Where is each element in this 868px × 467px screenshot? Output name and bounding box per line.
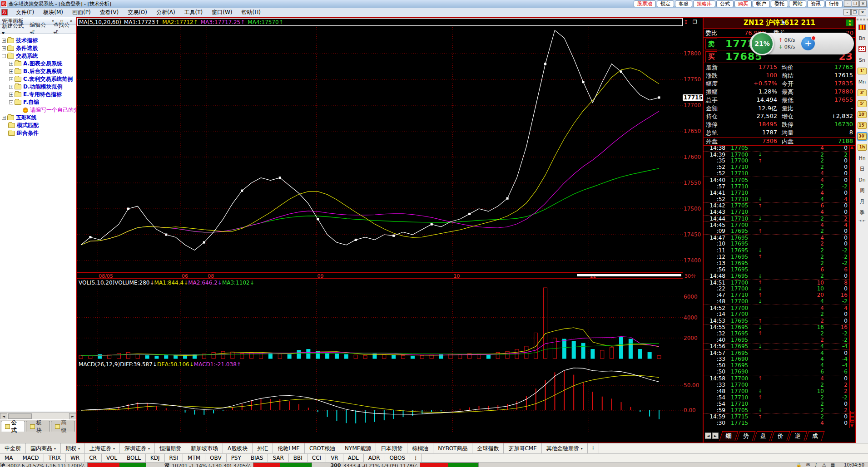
indicator-tab-OBOS[interactable]: OBOS bbox=[385, 454, 411, 462]
tabs-left-icon[interactable]: ◄ bbox=[705, 433, 711, 439]
indicator-tab-KDJ[interactable]: KDJ bbox=[146, 454, 165, 462]
period-5'[interactable]: 5' bbox=[856, 98, 868, 109]
status-icon-1[interactable]: ✉ bbox=[806, 462, 810, 467]
menu-查看(V)[interactable]: 查看(V) bbox=[95, 8, 124, 17]
expand-icon[interactable]: + bbox=[9, 62, 13, 66]
indicator-tab-RSI[interactable]: RSI bbox=[165, 454, 184, 462]
market-tab-恒指期货[interactable]: 恒指期货 bbox=[155, 443, 186, 453]
period-Bn[interactable]: Bn bbox=[856, 33, 868, 44]
quote-tab-盘[interactable]: 盘 bbox=[754, 431, 773, 441]
menu-交易(O)[interactable]: 交易(O) bbox=[123, 8, 152, 17]
hand-cursor-icon[interactable] bbox=[781, 20, 788, 26]
toolbar-grip[interactable]: ▪▪▪▪ bbox=[856, 17, 868, 22]
market-tab-NYBOT商品[interactable]: NYBOT商品 bbox=[433, 443, 472, 453]
quote-tab-成[interactable]: 成 bbox=[806, 431, 825, 441]
anchor-icon[interactable]: ↧ bbox=[684, 19, 688, 26]
collapse-up-icon[interactable]: ∧∧ bbox=[846, 20, 853, 26]
period-button-15'[interactable]: 15' bbox=[858, 122, 867, 129]
market-tab-中金所[interactable]: 中金所 bbox=[0, 443, 26, 453]
menu-窗口(W)[interactable]: 窗口(W) bbox=[207, 8, 237, 17]
tree-item-A.图表交易系统[interactable]: +A.图表交易系统 bbox=[0, 60, 76, 68]
menu-分析(A)[interactable]: 分析(A) bbox=[152, 8, 180, 17]
scroll-up-icon[interactable]: ▲ bbox=[850, 145, 853, 149]
titlebar-button-股票池[interactable]: 股票池 bbox=[634, 0, 656, 7]
candlestick-chart-icon[interactable] bbox=[856, 22, 868, 33]
titlebar-button-委托[interactable]: 委托 bbox=[771, 0, 788, 7]
minimize-icon[interactable]: - bbox=[844, 0, 851, 7]
tree-item-F.自编[interactable]: -F.自编 bbox=[0, 98, 76, 106]
indicator-tab-BIAS[interactable]: BIAS bbox=[246, 454, 268, 462]
period-button-10'[interactable]: 10' bbox=[858, 111, 867, 118]
tree-item-B.后台交易系统[interactable]: +B.后台交易系统 bbox=[0, 68, 76, 75]
indicator-tab-ADL[interactable]: ADL bbox=[343, 454, 364, 462]
menu-工具(T)[interactable]: 工具(T) bbox=[180, 8, 208, 17]
period-Sn[interactable]: Sn bbox=[856, 54, 868, 65]
menu-画面(P)[interactable]: 画面(P) bbox=[68, 8, 95, 17]
tick-list[interactable]: 14:38177054014:3917700↓2-2:3517700↑20:52… bbox=[704, 145, 850, 428]
indicator-tab-WR[interactable]: WR bbox=[66, 454, 84, 462]
indicator-tab-OBV[interactable]: OBV bbox=[205, 454, 227, 462]
indicator-tab-ADR[interactable]: ADR bbox=[364, 454, 385, 462]
period-15'[interactable]: 15' bbox=[856, 120, 868, 131]
period-button-1h[interactable]: 1h bbox=[858, 144, 867, 151]
market-overflow-icon[interactable]: ⁞ bbox=[588, 443, 599, 453]
period-10'[interactable]: 10' bbox=[856, 109, 868, 120]
expand-icon[interactable]: + bbox=[9, 85, 13, 89]
period-3'[interactable]: 3' bbox=[856, 87, 868, 98]
chart-hscroll-thumb[interactable] bbox=[577, 274, 681, 276]
period-button-30'[interactable]: 30' bbox=[858, 133, 867, 140]
titlebar-button-公式[interactable]: 公式 bbox=[716, 0, 734, 7]
macd-chart[interactable] bbox=[77, 360, 683, 432]
market-tab-国内商品[interactable]: 国内商品▾ bbox=[26, 443, 61, 453]
market-tab-棕榈油[interactable]: 棕榈油 bbox=[407, 443, 433, 453]
tab-板块[interactable]: 板块 bbox=[26, 421, 50, 432]
scroll-thumb[interactable] bbox=[8, 413, 32, 419]
titlebar-button-资讯[interactable]: 资讯 bbox=[807, 0, 824, 7]
period-Hn[interactable]: Hn bbox=[856, 152, 868, 163]
period-Dn[interactable]: Dn bbox=[856, 174, 868, 185]
mdi-minimize-icon[interactable]: - bbox=[843, 9, 851, 15]
period-button-5'[interactable]: 5' bbox=[858, 100, 867, 107]
menu-文件(F)[interactable]: 文件(F) bbox=[11, 8, 39, 17]
market-tab-深圳证券[interactable]: 深圳证券▾ bbox=[120, 443, 155, 453]
quote-tab-细[interactable]: 细 bbox=[719, 431, 739, 441]
indicator-tab-MACD[interactable]: MACD bbox=[18, 454, 44, 462]
market-tab-NYME能源[interactable]: NYME能源 bbox=[340, 443, 376, 453]
indicator-tab-VOL[interactable]: VOL bbox=[102, 454, 122, 462]
expand-icon[interactable]: + bbox=[9, 77, 13, 81]
tree-item-组合条件[interactable]: 组合条件 bbox=[0, 129, 76, 137]
market-tab-芝加哥CME[interactable]: 芝加哥CME bbox=[504, 443, 541, 453]
titlebar-button-行情[interactable]: 行情 bbox=[825, 0, 843, 7]
expand-icon[interactable]: + bbox=[2, 39, 6, 43]
volume-chart[interactable] bbox=[77, 279, 683, 360]
titlebar-button-帐户[interactable]: 帐户 bbox=[753, 0, 770, 7]
tick-chart-icon[interactable] bbox=[856, 44, 868, 54]
tree-item-条件选股[interactable]: +条件选股 bbox=[0, 44, 76, 52]
period-日[interactable]: 日 bbox=[856, 163, 868, 174]
market-tab-期权[interactable]: 期权▾ bbox=[61, 443, 85, 453]
titlebar-button-客服[interactable]: 客服 bbox=[675, 0, 692, 7]
close-icon[interactable]: ✕ bbox=[859, 0, 867, 7]
period-1h[interactable]: 1h bbox=[856, 142, 868, 152]
indicator-tab-BOLL[interactable]: BOLL bbox=[122, 454, 146, 462]
menu-帮助(H)[interactable]: 帮助(H) bbox=[237, 8, 265, 17]
collapse-icon[interactable]: - bbox=[2, 54, 6, 58]
mdi-restore-icon[interactable]: ❐ bbox=[851, 9, 858, 15]
tick-scroll-thumb[interactable] bbox=[850, 411, 854, 423]
indicator-tab-CR[interactable]: CR bbox=[84, 454, 102, 462]
mdi-close-icon[interactable]: ✕ bbox=[859, 9, 866, 15]
period-30'[interactable]: 30' bbox=[856, 131, 868, 142]
expand-icon[interactable]: + bbox=[2, 116, 6, 120]
tree-item-请编写一个自己的交易[interactable]: ☺请编写一个自己的交易 bbox=[0, 106, 76, 114]
market-tab-新加坡市场[interactable]: 新加坡市场 bbox=[186, 443, 223, 453]
expand-icon[interactable]: + bbox=[2, 46, 6, 50]
market-tab-伦敦LME[interactable]: 伦敦LME bbox=[273, 443, 305, 453]
market-tab-全球指数[interactable]: 全球指数 bbox=[472, 443, 504, 453]
indicator-tab-BBI[interactable]: BBI bbox=[289, 454, 308, 462]
tree-item-五彩K线[interactable]: +五彩K线 bbox=[0, 114, 76, 122]
tree-item-交易系统[interactable]: -交易系统 bbox=[0, 52, 76, 60]
maximize-pane-icon[interactable]: ❐ bbox=[693, 19, 697, 26]
period-button-1'[interactable]: 1' bbox=[858, 68, 867, 74]
tree-item-D.功能模块范例[interactable]: +D.功能模块范例 bbox=[0, 83, 76, 91]
quote-tab-逆[interactable]: 逆 bbox=[789, 431, 808, 441]
